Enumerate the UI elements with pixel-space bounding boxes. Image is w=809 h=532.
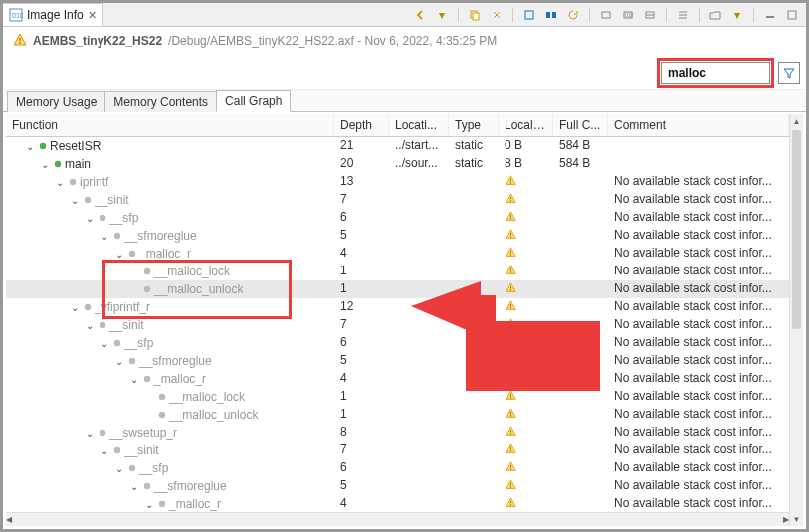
vertical-scrollbar[interactable]: ▲ ▼ bbox=[789, 114, 803, 526]
table-row[interactable]: ⌄__sinit7No available stack cost infor..… bbox=[6, 442, 789, 459]
expand-toggle-icon[interactable]: ⌄ bbox=[84, 320, 96, 331]
col-location[interactable]: Locati... bbox=[389, 114, 449, 136]
function-name: _malloc_r bbox=[139, 247, 191, 261]
expand-toggle-icon[interactable]: ⌄ bbox=[113, 356, 125, 367]
expand-toggle-icon[interactable]: ⌄ bbox=[24, 141, 36, 152]
compare-icon[interactable] bbox=[489, 7, 505, 23]
scroll-thumb[interactable] bbox=[792, 130, 801, 329]
expand-toggle-icon[interactable]: ⌄ bbox=[54, 177, 66, 188]
svg-rect-4 bbox=[525, 11, 533, 19]
scroll-left-icon[interactable]: ◀ bbox=[6, 515, 12, 524]
col-local[interactable]: Local ... bbox=[499, 114, 553, 136]
expand-toggle-icon[interactable]: ⌄ bbox=[69, 302, 81, 313]
expand-toggle-icon[interactable]: ⌄ bbox=[84, 213, 96, 224]
table-row[interactable]: ⌄__sfmoreglue5No available stack cost in… bbox=[6, 352, 789, 370]
expand-toggle-icon[interactable]: ⌄ bbox=[128, 374, 140, 385]
maximize-icon[interactable] bbox=[784, 7, 800, 23]
table-row[interactable]: __malloc_unlock1No available stack cost … bbox=[6, 406, 789, 424]
expand-toggle-icon[interactable]: ⌄ bbox=[99, 338, 110, 349]
mem3-icon[interactable] bbox=[642, 7, 658, 23]
table-row[interactable]: __malloc_lock1No available stack cost in… bbox=[6, 263, 789, 280]
cell bbox=[389, 191, 449, 209]
cell: 6 bbox=[334, 334, 389, 352]
nav-fwd-icon[interactable]: ▾ bbox=[434, 7, 450, 23]
scroll-right-icon[interactable]: ▶ bbox=[783, 515, 789, 524]
expand-toggle-icon[interactable]: ⌄ bbox=[128, 481, 140, 492]
table-row[interactable]: ⌄__sfp6No available stack cost infor... bbox=[6, 209, 789, 227]
comment-cell: No available stack cost infor... bbox=[608, 280, 789, 298]
function-name: _vfiprintf_r bbox=[95, 300, 150, 314]
col-full[interactable]: Full C... bbox=[553, 114, 608, 136]
copy-icon[interactable] bbox=[467, 7, 483, 23]
table-row[interactable]: ⌄_malloc_r4No available stack cost infor… bbox=[6, 370, 789, 388]
folder-icon[interactable] bbox=[708, 7, 723, 23]
cell bbox=[389, 424, 449, 442]
comment-cell: No available stack cost infor... bbox=[608, 388, 789, 406]
cell bbox=[449, 316, 499, 334]
svg-rect-3 bbox=[473, 13, 479, 20]
refresh-icon[interactable] bbox=[565, 7, 581, 23]
warning-icon bbox=[505, 281, 516, 293]
search-input[interactable] bbox=[661, 62, 770, 84]
cell: 21 bbox=[334, 137, 389, 155]
cell bbox=[449, 495, 499, 513]
function-name: main bbox=[65, 157, 91, 171]
table-row[interactable]: ⌄__swsetup_r8No available stack cost inf… bbox=[6, 424, 789, 442]
scroll-down-icon[interactable]: ▼ bbox=[790, 512, 803, 526]
table-row[interactable]: ⌄__sfp6No available stack cost infor... bbox=[6, 459, 789, 477]
table-row[interactable]: ⌄iprintf13No available stack cost infor.… bbox=[6, 173, 789, 191]
cell bbox=[499, 370, 553, 388]
function-gray-icon bbox=[142, 285, 152, 293]
col-type[interactable]: Type bbox=[449, 114, 499, 136]
table-row[interactable]: ⌄_vfiprintf_r12No available stack cost i… bbox=[6, 298, 789, 316]
col-comment[interactable]: Comment bbox=[608, 114, 789, 136]
list-icon[interactable] bbox=[675, 7, 691, 23]
svg-rect-6 bbox=[552, 12, 556, 18]
tab-memory-usage[interactable]: Memory Usage bbox=[7, 91, 105, 112]
cell: 20 bbox=[334, 155, 389, 173]
table-row[interactable]: ⌄ResetISR21../start...static0 B584 B bbox=[6, 137, 789, 155]
table-row[interactable]: ⌄_malloc_r4No available stack cost infor… bbox=[6, 245, 789, 263]
mem1-icon[interactable] bbox=[598, 7, 614, 23]
view-tab-image-info[interactable]: 010 Image Info ✕ bbox=[3, 3, 103, 26]
table-row[interactable]: ⌄__sfmoreglue5No available stack cost in… bbox=[6, 227, 789, 245]
expand-toggle-icon[interactable]: ⌄ bbox=[84, 428, 96, 439]
toolbar-menu-icon[interactable]: ▾ bbox=[729, 7, 745, 23]
table-row[interactable]: ⌄_malloc_r4No available stack cost infor… bbox=[6, 495, 789, 513]
table-row[interactable]: __malloc_lock1No available stack cost in… bbox=[6, 388, 789, 406]
table-row[interactable]: ⌄main20../sour...static8 B584 B bbox=[6, 155, 789, 173]
expand-toggle-icon[interactable]: ⌄ bbox=[99, 231, 110, 242]
table-row[interactable]: ⌄__sinit7No available stack cost infor..… bbox=[6, 191, 789, 209]
expand-toggle-icon[interactable]: ⌄ bbox=[113, 463, 125, 474]
cell bbox=[389, 388, 449, 406]
svg-text:010: 010 bbox=[12, 12, 23, 19]
table-row[interactable]: __malloc_unlock1No available stack cost … bbox=[6, 280, 789, 298]
table-row[interactable]: ⌄__sfmoreglue5No available stack cost in… bbox=[6, 477, 789, 495]
col-depth[interactable]: Depth bbox=[334, 114, 389, 136]
col-function[interactable]: Function bbox=[6, 114, 334, 136]
expand-toggle-icon[interactable]: ⌄ bbox=[113, 249, 125, 260]
horizontal-scrollbar[interactable]: ◀ ▶ bbox=[6, 512, 789, 526]
close-icon[interactable]: ✕ bbox=[88, 9, 97, 22]
function-name: ResetISR bbox=[50, 139, 101, 153]
filter-button[interactable] bbox=[778, 62, 800, 84]
nav-back-icon[interactable] bbox=[412, 7, 428, 23]
warning-icon bbox=[505, 443, 516, 454]
minimize-icon[interactable] bbox=[762, 7, 778, 23]
table-row[interactable]: ⌄__sinit7No available stack cost infor..… bbox=[6, 316, 789, 334]
expand-toggle-icon[interactable]: ⌄ bbox=[69, 195, 81, 206]
tab-memory-contents[interactable]: Memory Contents bbox=[104, 91, 217, 112]
scroll-up-icon[interactable]: ▲ bbox=[790, 114, 803, 128]
warning-icon bbox=[505, 264, 516, 275]
expand-toggle-icon[interactable]: ⌄ bbox=[39, 159, 51, 170]
config1-icon[interactable] bbox=[521, 7, 537, 23]
tab-call-graph[interactable]: Call Graph bbox=[216, 90, 291, 112]
table-row[interactable]: ⌄__sfp6No available stack cost infor... bbox=[6, 334, 789, 352]
cell: 1 bbox=[334, 388, 389, 406]
expand-toggle-icon[interactable]: ⌄ bbox=[99, 445, 110, 456]
config2-icon[interactable] bbox=[543, 7, 559, 23]
mem2-icon[interactable]: 010 bbox=[620, 7, 636, 23]
cell bbox=[499, 388, 553, 406]
expand-toggle-icon[interactable]: ⌄ bbox=[143, 499, 155, 510]
function-name: _malloc_r bbox=[169, 497, 221, 511]
